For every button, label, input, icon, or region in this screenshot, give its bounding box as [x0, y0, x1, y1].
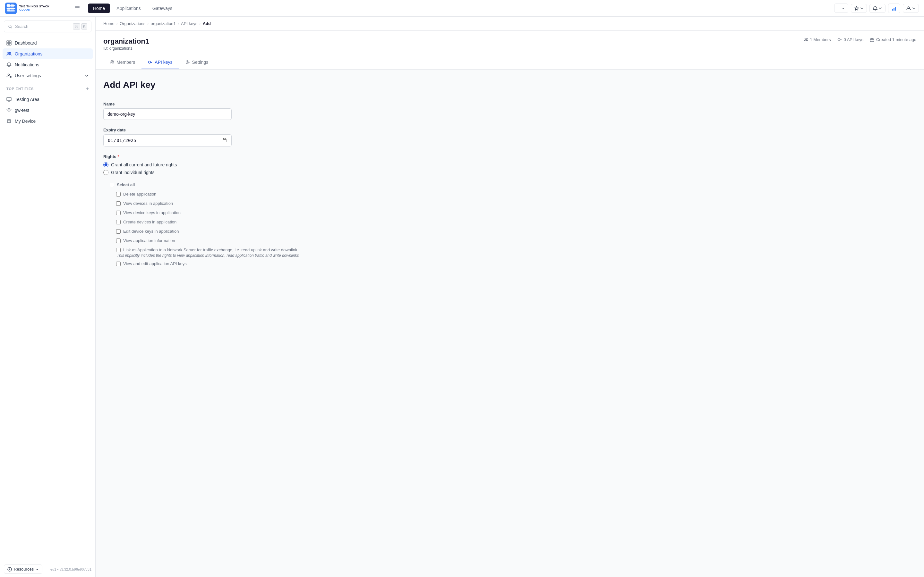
rights-checkbox-group: Select all Delete application View devic…: [106, 180, 332, 268]
sidebar-item-my-device[interactable]: My Device: [3, 116, 93, 127]
cpu-icon: [6, 119, 11, 124]
page-title: Add API key: [103, 80, 332, 90]
sidebar-item-organizations-label: Organizations: [15, 51, 42, 56]
sidebar-item-testing-area[interactable]: Testing Area: [3, 94, 93, 105]
checkbox-view-app-info-input[interactable]: [116, 239, 121, 243]
name-label: Name: [103, 102, 332, 106]
svg-rect-11: [893, 8, 895, 11]
checkbox-view-edit-api-keys[interactable]: View and edit application API keys: [112, 259, 332, 268]
svg-point-24: [9, 111, 9, 112]
checkbox-edit-device-keys[interactable]: Edit device keys in application: [112, 227, 332, 236]
svg-point-29: [806, 38, 807, 39]
checkbox-delete-app-label: Delete application: [123, 192, 156, 197]
sidebar-item-gw-test[interactable]: gw-test: [3, 105, 93, 116]
checkbox-view-app-info[interactable]: View application information: [112, 236, 332, 245]
org-name: organization1: [103, 37, 149, 45]
checkbox-delete-app[interactable]: Delete application: [112, 189, 332, 199]
svg-rect-5: [11, 8, 14, 11]
expiry-input[interactable]: [103, 134, 232, 147]
checkbox-view-devices-input[interactable]: [116, 201, 121, 206]
search-placeholder: Search: [15, 24, 70, 29]
breadcrumb-apikeys[interactable]: API keys: [181, 21, 197, 26]
sidebar-item-user-settings[interactable]: User settings: [3, 70, 93, 81]
svg-rect-31: [870, 38, 874, 42]
checkbox-create-devices[interactable]: Create devices in application: [112, 218, 332, 227]
radio-all-rights-input[interactable]: [103, 162, 108, 167]
breadcrumb-organizations[interactable]: Organizations: [120, 21, 145, 26]
breadcrumb-current: Add: [203, 21, 211, 26]
add-entity-button[interactable]: +: [86, 86, 89, 91]
sidebar: Search ⌘ K Dashboard Organizations Notif…: [0, 17, 95, 577]
required-indicator: *: [118, 154, 119, 159]
bell-icon: [873, 6, 877, 11]
checkbox-select-all-input[interactable]: [110, 183, 114, 187]
logo-icon: [5, 3, 17, 14]
account-button[interactable]: [903, 4, 919, 13]
checkbox-view-edit-api-keys-input[interactable]: [116, 261, 121, 266]
checkbox-create-devices-input[interactable]: [116, 220, 121, 224]
menu-toggle-button[interactable]: [73, 3, 81, 13]
svg-rect-16: [9, 41, 11, 43]
svg-point-34: [149, 61, 151, 63]
logo-bottom-text: CLOUD: [19, 8, 50, 11]
tab-home[interactable]: Home: [88, 3, 110, 13]
checkbox-link-app-input[interactable]: [116, 248, 121, 252]
checkbox-view-device-keys[interactable]: View device keys in application: [112, 208, 332, 218]
search-kbd-k: K: [81, 23, 87, 29]
radio-all-rights[interactable]: Grant all current and future rights: [103, 162, 332, 167]
status-icon: [892, 6, 897, 11]
org-id: ID: organization1: [103, 46, 149, 51]
tab-members[interactable]: Members: [103, 56, 142, 69]
svg-point-20: [9, 52, 11, 53]
org-header: organization1 ID: organization1 1 Member…: [95, 31, 924, 69]
status-button[interactable]: [888, 3, 900, 13]
radio-individual-rights[interactable]: Grant individual rights: [103, 170, 332, 175]
org-apikeys-count: 0 API keys: [837, 37, 863, 42]
chevron-down-icon: [912, 7, 915, 10]
search-bar[interactable]: Search ⌘ K: [4, 21, 91, 32]
resources-button[interactable]: Resources: [4, 564, 42, 574]
org-created: Created 1 minute ago: [870, 37, 916, 42]
checkbox-delete-app-input[interactable]: [116, 192, 121, 197]
top-nav: THE THINGS STACK CLOUD Home Applications…: [0, 0, 924, 17]
version-text: eu1 • v3.32.0.b96e907c31: [50, 567, 91, 571]
checkbox-view-devices[interactable]: View devices in application: [112, 199, 332, 208]
svg-rect-2: [7, 4, 10, 7]
name-input[interactable]: [103, 108, 232, 120]
logo-text: THE THINGS STACK CLOUD: [19, 5, 50, 11]
tab-settings[interactable]: Settings: [179, 56, 215, 69]
tab-gateways[interactable]: Gateways: [147, 3, 178, 13]
breadcrumb-home[interactable]: Home: [103, 21, 115, 26]
chevron-down-icon: [860, 7, 863, 10]
breadcrumb-org1[interactable]: organization1: [151, 21, 176, 26]
notifications-button[interactable]: [869, 4, 885, 13]
user-icon: [906, 6, 911, 11]
org-members-count: 1 Members: [804, 37, 831, 42]
svg-point-19: [8, 52, 9, 53]
expiry-label: Expiry date: [103, 127, 332, 132]
svg-rect-3: [11, 4, 14, 7]
add-button[interactable]: +: [834, 3, 848, 13]
sidebar-item-organizations[interactable]: Organizations: [3, 48, 93, 59]
sidebar-item-dashboard[interactable]: Dashboard: [3, 37, 93, 48]
svg-rect-7: [75, 7, 79, 8]
checkbox-select-all[interactable]: Select all: [106, 180, 332, 189]
tab-apikeys[interactable]: API keys: [142, 56, 179, 69]
calendar-icon: [870, 37, 874, 42]
svg-rect-23: [7, 97, 11, 101]
sidebar-item-notifications[interactable]: Notifications: [3, 59, 93, 70]
nav-tabs: Home Applications Gateways: [88, 3, 178, 13]
svg-rect-12: [895, 7, 896, 11]
sidebar-item-gw-test-label: gw-test: [15, 108, 29, 113]
monitor-icon: [6, 97, 11, 102]
bookmarks-button[interactable]: [851, 4, 867, 13]
radio-individual-rights-input[interactable]: [103, 170, 108, 175]
chevron-down-icon: [879, 7, 882, 10]
main-layout: Search ⌘ K Dashboard Organizations Notif…: [0, 17, 924, 577]
settings-tab-icon: [186, 60, 190, 64]
svg-rect-6: [75, 6, 79, 7]
checkbox-edit-device-keys-input[interactable]: [116, 229, 121, 234]
checkbox-view-device-keys-input[interactable]: [116, 211, 121, 215]
svg-rect-8: [75, 9, 79, 10]
tab-applications[interactable]: Applications: [111, 3, 146, 13]
